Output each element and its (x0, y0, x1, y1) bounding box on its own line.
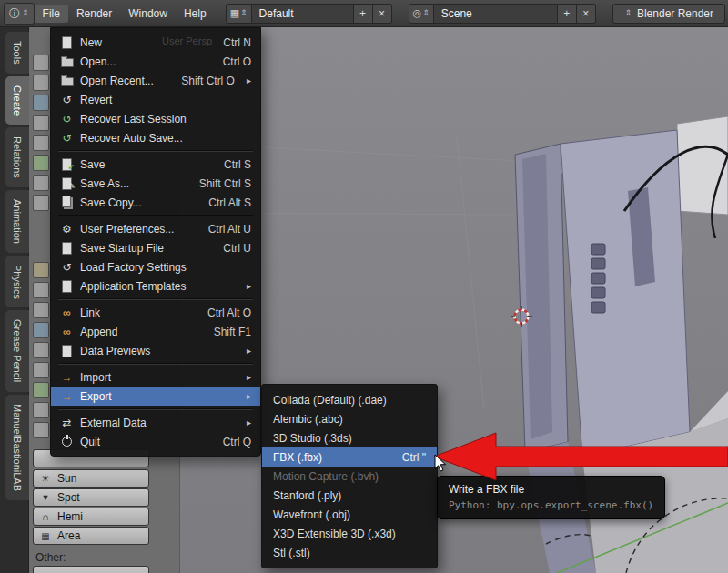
toolshelf-partial-button[interactable] (33, 262, 49, 278)
tab-create[interactable]: Create (5, 76, 29, 125)
toolshelf-partial-button[interactable] (33, 402, 49, 418)
lamp-button-label: Sun (57, 472, 76, 485)
file-menu-item-open-recent[interactable]: Open Recent... Shift Ctrl O (51, 71, 260, 90)
toolshelf-partial-button[interactable] (33, 342, 49, 358)
file-menu-item-save-copy[interactable]: Save Copy... Ctrl Alt S (51, 193, 260, 212)
tab-physics[interactable]: Physics (5, 256, 29, 308)
file-menu-item-export[interactable]: Export (51, 387, 260, 406)
item-label: Stanford (.ply) (273, 489, 341, 502)
spot-icon (39, 493, 52, 502)
file-menu-item-user-preferences[interactable]: User Preferences... Ctrl Alt U (51, 219, 260, 238)
toolshelf-partial-button[interactable] (33, 55, 49, 71)
export-item-x3d[interactable]: X3D Extensible 3D (.x3d) (262, 524, 437, 543)
menu-separator (51, 212, 260, 219)
info-header: File Render Window Help Default + × Scen… (0, 0, 728, 27)
file-menu-item-quit[interactable]: Quit Ctrl Q (51, 432, 260, 451)
menu-separator (51, 360, 260, 367)
menu-render[interactable]: Render (68, 5, 120, 23)
file-menu-item-save-as[interactable]: Save As... Shift Ctrl S (51, 174, 260, 193)
layout-name-field[interactable]: Default (252, 4, 354, 24)
export-item-stl[interactable]: Stl (.stl) (262, 543, 437, 562)
hemi-icon (39, 511, 52, 522)
layout-add-button[interactable]: + (354, 4, 373, 24)
item-shortcut: Ctrl O (223, 55, 251, 68)
scene-selector: Scene + × (409, 4, 596, 24)
export-item-3ds[interactable]: 3D Studio (.3ds) (262, 428, 437, 447)
toolshelf-partial-button[interactable] (33, 75, 49, 91)
item-label: Append (80, 326, 117, 338)
scene-browse-button[interactable] (409, 4, 434, 24)
export-item-obj[interactable]: Wavefront (.obj) (262, 505, 437, 524)
toolshelf-partial-button[interactable] (33, 422, 49, 438)
file-menu-item-data-previews[interactable]: Data Previews (51, 341, 260, 360)
menu-help[interactable]: Help (176, 5, 215, 23)
updown-arrows-icon (22, 9, 29, 17)
toolshelf-partial-button[interactable] (33, 362, 49, 378)
toolshelf-partial-button[interactable] (33, 135, 49, 151)
export-item-fbx[interactable]: FBX (.fbx) Ctrl " (262, 447, 437, 467)
save-as-icon (60, 176, 74, 190)
item-shortcut: Ctrl S (224, 158, 251, 171)
item-shortcut: Ctrl U (223, 242, 251, 255)
file-menu-item-new[interactable]: New Ctrl N (51, 33, 260, 52)
menu-window[interactable]: Window (120, 5, 176, 23)
lamp-button-area[interactable]: Area (33, 527, 149, 545)
lamp-button-sun[interactable]: Sun (33, 469, 149, 488)
file-menu-item-load-factory-settings[interactable]: Load Factory Settings (51, 257, 260, 276)
sun-icon (39, 473, 52, 485)
lamp-button-hemi[interactable]: Hemi (33, 508, 149, 526)
scene-add-button[interactable]: + (558, 4, 577, 24)
tab-tools[interactable]: Tools (5, 32, 29, 74)
updown-arrows-icon (240, 9, 248, 17)
import-icon (60, 370, 74, 384)
render-engine-select[interactable]: Blender Render (612, 4, 725, 24)
updown-arrows-icon (624, 9, 632, 17)
editor-type-button[interactable] (4, 3, 35, 25)
file-menu-item-import[interactable]: Import (51, 367, 260, 387)
toolshelf-partial-button[interactable] (33, 115, 49, 131)
scene-close-button[interactable]: × (577, 4, 596, 24)
file-menu-item-save-startup-file[interactable]: Save Startup File Ctrl U (51, 238, 260, 257)
file-menu-item-open[interactable]: Open... Ctrl O (51, 52, 260, 71)
file-menu-item-revert[interactable]: Revert (51, 90, 260, 109)
layout-close-button[interactable]: × (373, 4, 392, 24)
tab-manuelbastionilab[interactable]: ManuelBastioniLAB (5, 395, 29, 500)
revert-icon (60, 93, 74, 106)
tab-animation[interactable]: Animation (5, 190, 29, 253)
toolshelf-partial-button[interactable] (33, 195, 49, 211)
toolshelf-partial-button[interactable] (33, 155, 49, 171)
file-menu-item-save[interactable]: Save Ctrl S (51, 155, 260, 174)
menu-file[interactable]: File (35, 5, 68, 23)
lamp-button-partial[interactable] (33, 566, 149, 573)
file-menu-item-recover-last-session[interactable]: Recover Last Session (51, 109, 260, 128)
file-menu-item-link[interactable]: Link Ctrl Alt O (51, 303, 260, 322)
file-menu-item-recover-auto-save[interactable]: Recover Auto Save... (51, 128, 260, 147)
toolshelf-partial-button[interactable] (33, 175, 49, 191)
open-file-icon (60, 55, 74, 68)
model-knobs (592, 244, 605, 313)
item-label: Open Recent... (80, 75, 154, 87)
item-shortcut: Shift Ctrl S (199, 177, 251, 190)
lamp-button-spot[interactable]: Spot (33, 488, 149, 507)
tab-relations[interactable]: Relations (5, 127, 29, 187)
toolshelf-partial-button[interactable] (33, 282, 49, 298)
layout-browse-button[interactable] (226, 4, 252, 24)
file-menu-item-application-templates[interactable]: Application Templates (51, 276, 260, 296)
toolshelf-partial-button[interactable] (33, 95, 49, 111)
toolshelf-partial-button[interactable] (33, 302, 49, 318)
item-shortcut: Ctrl N (223, 36, 251, 49)
scene-name-field[interactable]: Scene (434, 4, 558, 24)
toolshelf-partial-button[interactable] (33, 322, 49, 338)
file-menu-item-append[interactable]: Append Shift F1 (51, 322, 260, 341)
export-item-bvh: Motion Capture (.bvh) (262, 467, 437, 486)
export-item-collada[interactable]: Collada (Default) (.dae) (262, 390, 437, 409)
export-item-ply[interactable]: Stanford (.ply) (262, 486, 437, 505)
info-editor-icon (9, 8, 20, 19)
toolshelf-partial-button[interactable] (33, 382, 49, 398)
item-label: FBX (.fbx) (273, 451, 322, 464)
file-menu-item-external-data[interactable]: External Data (51, 413, 260, 432)
tab-grease-pencil[interactable]: Grease Pencil (5, 310, 29, 391)
submenu-arrow-icon (247, 391, 251, 401)
export-item-alembic[interactable]: Alembic (.abc) (262, 409, 437, 428)
data-previews-icon (60, 344, 74, 357)
